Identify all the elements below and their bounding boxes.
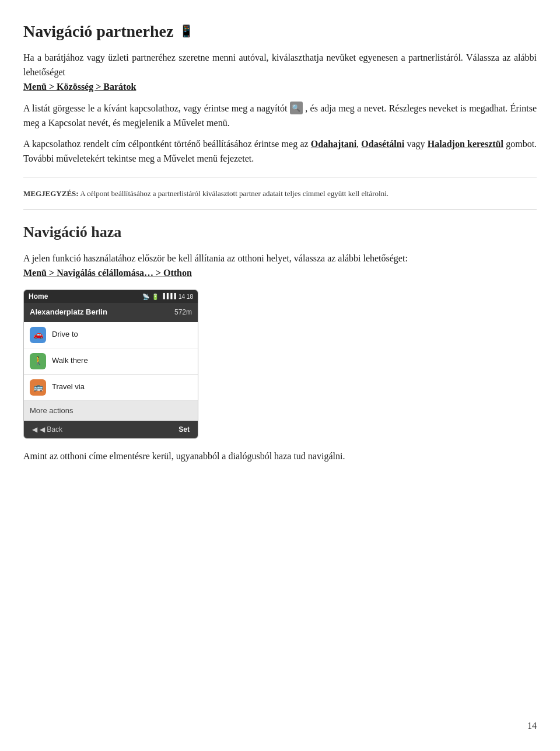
note-text: A célpont beállításához a partnerlistáró…	[80, 189, 388, 198]
more-actions-row: More actions	[24, 401, 198, 421]
travel-label: Travel via	[52, 381, 85, 393]
back-label: ◀ Back	[40, 424, 62, 435]
set-button[interactable]: Set	[178, 424, 190, 435]
divider-1	[23, 177, 537, 177]
status-icons: 📡 🔋 ▐▐▐▐ 14 18	[142, 292, 193, 302]
gps-icon: 📡	[142, 292, 149, 302]
phone-screenshot: Home 📡 🔋 ▐▐▐▐ 14 18 Alexanderplatz Berli…	[23, 289, 198, 439]
list-item: 🚶 Walk there	[24, 348, 198, 375]
battery-icon: 🔋	[152, 292, 159, 302]
status-home: Home	[29, 291, 48, 302]
odasetalni-text: Odasétálni	[361, 139, 404, 149]
location-name: Alexanderplatz Berlin	[30, 306, 107, 318]
note-box: MEGJEGYZÉS: A célpont beállításához a pa…	[23, 188, 537, 200]
list-item: 🚌 Travel via	[24, 375, 198, 401]
menu-path-1: Menü > Közösség > Barátok	[23, 82, 136, 92]
section2-para1: A jelen funkció használatához először be…	[23, 252, 537, 281]
back-arrow-icon: ◀	[32, 424, 37, 435]
title-text: Navigáció partnerhez	[23, 19, 173, 44]
page-title: Navigáció partnerhez 📱	[23, 19, 537, 44]
para-magnifier: A listát görgesse le a kívánt kapcsolath…	[23, 102, 537, 131]
phone-header: Alexanderplatz Berlin 572m	[24, 303, 198, 322]
final-paragraph: Amint az otthoni címe elmentésre kerül, …	[23, 449, 537, 464]
section-2-title: Navigáció haza	[23, 221, 537, 244]
status-bar: Home 📡 🔋 ▐▐▐▐ 14 18	[24, 290, 198, 303]
drive-icon: 🚗	[30, 327, 46, 343]
drive-label: Drive to	[52, 329, 78, 340]
para-navigation-options: A kapcsolathoz rendelt cím célpontként t…	[23, 137, 537, 166]
phone-bottom-bar: ◀ ◀ Back Set	[24, 421, 198, 439]
time-label: 14 18	[178, 292, 193, 302]
menu-path-2: Menü > Navigálás célállomása… > Otthon	[23, 268, 192, 278]
list-item: 🚗 Drive to	[24, 322, 198, 348]
magnifier-icon: 🔍	[290, 102, 303, 114]
travel-icon: 🚌	[30, 379, 46, 396]
back-button[interactable]: ◀ ◀ Back	[32, 424, 62, 435]
intro-paragraph: Ha a barátjához vagy üzleti partneréhez …	[23, 51, 537, 94]
walk-icon: 🚶	[30, 353, 46, 369]
haladjon-text: Haladjon keresztül	[428, 139, 503, 149]
odahajtani-text: Odahajtani	[311, 139, 356, 149]
distance-value: 572m	[174, 307, 192, 318]
divider-2	[23, 209, 537, 210]
signal-bars: ▐▐▐▐	[161, 292, 176, 301]
walk-label: Walk there	[52, 355, 88, 366]
menu-items-list: 🚗 Drive to 🚶 Walk there 🚌 Travel via	[24, 322, 198, 401]
phone-icon: 📱	[179, 22, 194, 40]
note-label: MEGJEGYZÉS:	[23, 189, 79, 198]
